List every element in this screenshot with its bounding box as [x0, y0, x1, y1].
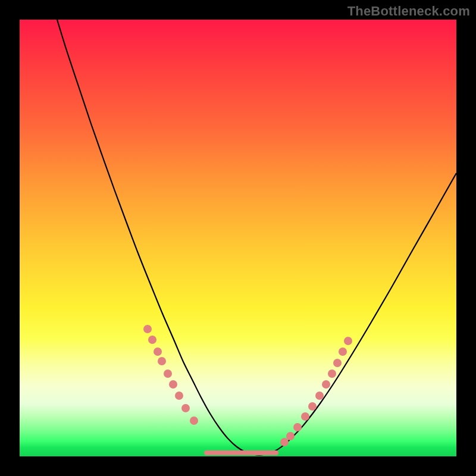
marker-dot [328, 369, 336, 378]
marker-dot [344, 337, 352, 345]
plot-area [20, 20, 456, 456]
marker-dot [322, 380, 330, 389]
marker-dot [190, 416, 198, 425]
marker-dot [148, 336, 156, 344]
marker-dot [339, 347, 347, 356]
marker-dot [175, 392, 183, 400]
marker-dot [164, 369, 172, 378]
curve-layer [20, 20, 456, 456]
marker-dot [286, 432, 295, 440]
marker-dot [181, 404, 190, 412]
watermark-text: TheBottleneck.com [347, 4, 470, 19]
flat-band [204, 450, 278, 455]
chart-stage: TheBottleneck.com [0, 0, 476, 476]
marker-dot [169, 380, 177, 389]
marker-dot [158, 357, 166, 365]
marker-dot [154, 347, 162, 356]
marker-dot [315, 392, 324, 400]
marker-dots-right [280, 337, 352, 446]
flat-band-rect [204, 450, 278, 455]
marker-dot [143, 325, 152, 333]
bottleneck-curve [57, 20, 456, 455]
marker-dot [333, 359, 342, 367]
marker-dot [308, 402, 317, 411]
marker-dot [293, 423, 302, 431]
marker-dot [301, 412, 309, 421]
curve-path [57, 20, 456, 455]
marker-dot [280, 438, 289, 446]
